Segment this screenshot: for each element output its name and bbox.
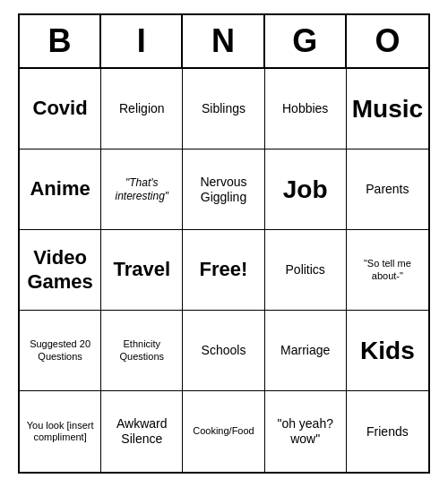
header-letter: I	[101, 15, 183, 67]
bingo-cell: Cooking/Food	[183, 391, 264, 472]
bingo-cell: Video Games	[20, 230, 101, 311]
bingo-cell: Kids	[347, 311, 428, 391]
bingo-cell: Ethnicity Questions	[101, 311, 183, 391]
bingo-cell: Free!	[183, 230, 264, 311]
header-letter: N	[183, 15, 264, 67]
bingo-cell: Awkward Silence	[101, 391, 183, 472]
bingo-cell: Hobbies	[265, 69, 347, 150]
bingo-cell: Schools	[183, 311, 264, 391]
bingo-cell: Parents	[347, 150, 428, 230]
bingo-card: BINGO CovidReligionSiblingsHobbiesMusicA…	[18, 13, 430, 474]
bingo-cell: Religion	[101, 69, 183, 150]
bingo-cell: Anime	[20, 150, 101, 230]
bingo-cell: Suggested 20 Questions	[20, 311, 101, 391]
bingo-cell: Music	[347, 69, 428, 150]
bingo-grid: CovidReligionSiblingsHobbiesMusicAnime"T…	[20, 69, 428, 472]
header-letter: G	[265, 15, 347, 67]
bingo-cell: Politics	[265, 230, 347, 311]
bingo-cell: Marriage	[265, 311, 347, 391]
bingo-cell: Covid	[20, 69, 101, 150]
header-letter: O	[347, 15, 428, 67]
bingo-cell: Siblings	[183, 69, 264, 150]
bingo-cell: Nervous Giggling	[183, 150, 264, 230]
bingo-cell: Job	[265, 150, 347, 230]
bingo-cell: Travel	[101, 230, 183, 311]
bingo-cell: Friends	[347, 391, 428, 472]
bingo-cell: "That's interesting"	[101, 150, 183, 230]
bingo-cell: "So tell me about-"	[347, 230, 428, 311]
bingo-cell: You look [insert compliment]	[20, 391, 101, 472]
bingo-header: BINGO	[20, 15, 428, 69]
header-letter: B	[20, 15, 101, 67]
bingo-cell: "oh yeah? wow"	[265, 391, 347, 472]
